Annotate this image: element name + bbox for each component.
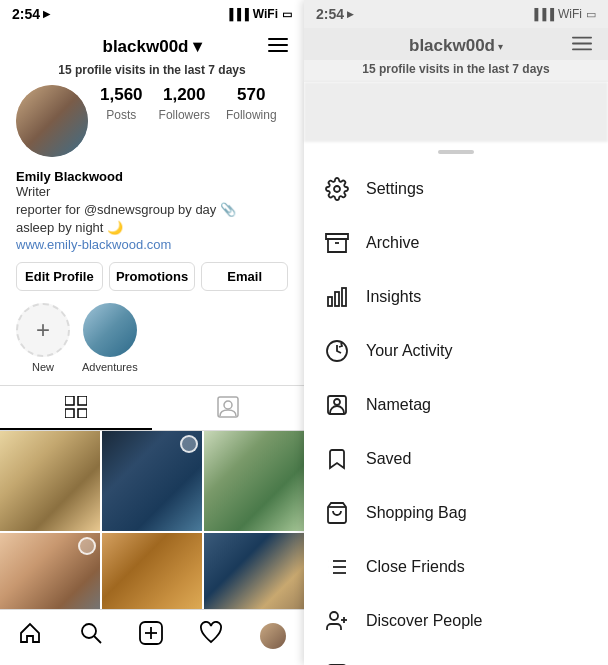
select-icon-2: [78, 537, 96, 555]
nav-profile-button[interactable]: [252, 619, 294, 653]
saved-icon: [324, 446, 350, 472]
highlight-new-label: New: [32, 361, 54, 373]
nav-heart-button[interactable]: [191, 617, 231, 655]
tab-tagged[interactable]: [152, 386, 304, 430]
right-username-label: blackw00d: [409, 36, 495, 56]
battery-icon-right: ▭: [586, 8, 596, 21]
svg-rect-20: [342, 288, 346, 306]
nav-search-button[interactable]: [71, 617, 111, 655]
bio-text: reporter for @sdnewsgroup by day 📎asleep…: [16, 201, 288, 237]
search-icon: [79, 621, 103, 645]
svg-point-9: [82, 624, 96, 638]
hamburger-button[interactable]: [268, 35, 288, 55]
status-bar-right: 2:54 ▶ ▐▐▐ WiFi ▭: [304, 0, 608, 28]
email-button[interactable]: Email: [201, 262, 288, 291]
username-dropdown-button[interactable]: blackw00d ▾: [103, 36, 202, 57]
stat-posts: 1,560 Posts: [100, 85, 143, 123]
username-label: blackw00d: [103, 37, 189, 57]
insights-label: Insights: [366, 288, 421, 306]
svg-rect-18: [328, 297, 332, 306]
grid-icon: [65, 396, 87, 418]
insights-icon: [324, 284, 350, 310]
your-activity-label: Your Activity: [366, 342, 453, 360]
menu-item-nametag[interactable]: Nametag: [304, 378, 608, 432]
menu-handle: [438, 150, 474, 154]
menu-item-archive[interactable]: Archive: [304, 216, 608, 270]
heart-icon: [199, 621, 223, 645]
tab-bar: [0, 385, 304, 431]
close-friends-icon: [324, 554, 350, 580]
highlight-add-icon: +: [16, 303, 70, 357]
menu-item-your-activity[interactable]: Your Activity: [304, 324, 608, 378]
svg-rect-4: [78, 396, 87, 405]
visit-count: 15 profile visits in the last 7 days: [0, 61, 304, 85]
menu-item-saved[interactable]: Saved: [304, 432, 608, 486]
edit-profile-button[interactable]: Edit Profile: [16, 262, 103, 291]
menu-item-open-facebook[interactable]: Open Facebook: [304, 648, 608, 665]
profile-header: blackw00d ▾: [0, 28, 304, 61]
shopping-bag-label: Shopping Bag: [366, 504, 467, 522]
svg-line-10: [94, 636, 101, 643]
shopping-bag-icon: [324, 500, 350, 526]
followers-count: 1,200: [159, 85, 210, 105]
status-bar-left: 2:54 ▶ ▐▐▐ WiFi ▭: [0, 0, 304, 28]
highlight-adventures-label: Adventures: [82, 361, 138, 373]
wifi-icon: WiFi: [253, 7, 278, 21]
status-arrow-left: ▶: [43, 9, 50, 19]
photo-cell-3[interactable]: [204, 431, 304, 531]
svg-rect-16: [572, 49, 592, 51]
right-chevron-icon: ▾: [498, 41, 503, 52]
nav-home-button[interactable]: [10, 617, 50, 655]
person-tag-icon: [217, 396, 239, 418]
signal-icon-right: ▐▐▐: [531, 8, 554, 20]
discover-people-icon: [324, 608, 350, 634]
archive-label: Archive: [366, 234, 419, 252]
svg-rect-0: [268, 38, 288, 40]
photo-cell-2[interactable]: [102, 431, 202, 531]
svg-point-17: [334, 186, 340, 192]
status-icons-left: ▐▐▐ WiFi ▭: [225, 7, 292, 21]
status-icons-right: ▐▐▐ WiFi ▭: [531, 7, 596, 21]
nav-avatar: [260, 623, 286, 649]
followers-label: Followers: [159, 108, 210, 122]
menu-item-shopping-bag[interactable]: Shopping Bag: [304, 486, 608, 540]
nametag-icon: [324, 392, 350, 418]
svg-point-8: [224, 401, 232, 409]
menu-item-close-friends[interactable]: Close Friends: [304, 540, 608, 594]
left-panel: 2:54 ▶ ▐▐▐ WiFi ▭ blackw00d ▾ 15 profile…: [0, 0, 304, 665]
stat-followers[interactable]: 1,200 Followers: [159, 85, 210, 123]
stats-row: 1,560 Posts 1,200 Followers 570 Followin…: [100, 85, 288, 123]
menu-list: Settings Archive Insights: [304, 158, 608, 665]
svg-rect-19: [335, 292, 339, 306]
svg-rect-3: [65, 396, 74, 405]
menu-item-settings[interactable]: Settings: [304, 162, 608, 216]
add-icon: [139, 621, 163, 645]
highlight-new[interactable]: + New: [16, 303, 70, 373]
highlight-adventures[interactable]: Adventures: [82, 303, 138, 373]
menu-item-insights[interactable]: Insights: [304, 270, 608, 324]
close-friends-label: Close Friends: [366, 558, 465, 576]
profile-info: 1,560 Posts 1,200 Followers 570 Followin…: [0, 85, 304, 169]
bottom-nav: [0, 609, 304, 665]
action-buttons: Edit Profile Promotions Email: [0, 262, 304, 303]
promotions-button[interactable]: Promotions: [109, 262, 196, 291]
right-hamburger-button[interactable]: [572, 33, 592, 56]
right-visit-count: 15 profile visits in the last 7 days: [304, 60, 608, 82]
svg-rect-1: [268, 44, 288, 46]
bio-link[interactable]: www.emily-blackwood.com: [16, 237, 288, 252]
nav-add-button[interactable]: [131, 617, 171, 655]
menu-item-discover-people[interactable]: Discover People: [304, 594, 608, 648]
saved-label: Saved: [366, 450, 411, 468]
stat-following[interactable]: 570 Following: [226, 85, 277, 123]
avatar[interactable]: [16, 85, 88, 157]
right-visit-text: profile visits in the last 7 days: [376, 62, 550, 76]
bio-section: Emily Blackwood Writer reporter for @sdn…: [0, 169, 304, 262]
tab-grid[interactable]: [0, 386, 152, 430]
right-visit-number: 15: [362, 62, 375, 76]
svg-rect-5: [65, 409, 74, 418]
following-count: 570: [226, 85, 277, 105]
signal-icon: ▐▐▐: [225, 8, 248, 20]
bio-role: Writer: [16, 184, 288, 199]
following-label: Following: [226, 108, 277, 122]
photo-cell-1[interactable]: [0, 431, 100, 531]
